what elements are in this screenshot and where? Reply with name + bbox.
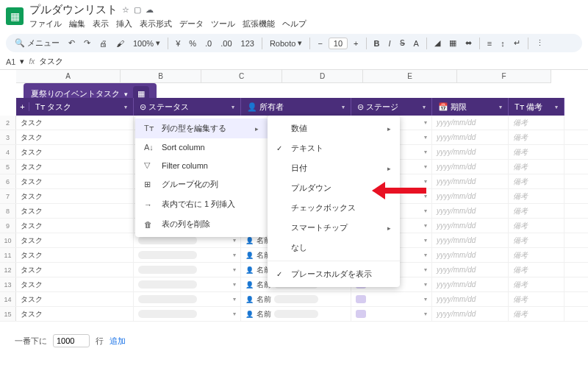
dec-plus[interactable]: .00 — [218, 38, 234, 49]
row-number[interactable]: 3 — [0, 130, 16, 144]
mi-insert-column[interactable]: →表内で右に 1 列挿入 — [135, 194, 268, 214]
cell-stage[interactable]: ▾ — [351, 307, 432, 321]
cell-task[interactable]: タスク — [16, 263, 134, 277]
cell-task[interactable]: タスク — [16, 145, 134, 159]
cell-note[interactable]: 備考 — [509, 277, 564, 291]
add-row-button[interactable]: + — [16, 102, 29, 111]
cell-date[interactable]: yyyy/mm/dd — [432, 116, 509, 130]
namebox-dropdown[interactable]: ▾ — [20, 57, 24, 66]
sheets-logo[interactable]: ▦ — [6, 7, 24, 25]
formula-bar[interactable]: タスク — [39, 56, 63, 67]
strike-icon[interactable]: S̶ — [397, 37, 408, 49]
name-box[interactable]: A1 — [6, 57, 15, 66]
menu-tools[interactable]: ツール — [211, 18, 235, 29]
cell-task[interactable]: タスク — [16, 248, 134, 262]
col-A[interactable]: A — [16, 70, 121, 83]
cell-status[interactable]: ▾ — [134, 277, 241, 291]
star-icon[interactable]: ☆ — [122, 5, 129, 15]
menu-file[interactable]: ファイル — [29, 18, 62, 29]
cell-status[interactable]: ▾ — [134, 292, 241, 306]
th-stage[interactable]: ⊝ ステージ▾ — [351, 98, 432, 116]
size-minus[interactable]: − — [315, 38, 325, 49]
mi-type-number[interactable]: 数値▸ — [268, 118, 400, 138]
row-number[interactable]: 13 — [0, 277, 16, 291]
menu-edit[interactable]: 編集 — [69, 18, 85, 29]
more-icon[interactable]: ⋮ — [533, 37, 547, 49]
align-icon[interactable]: ≡ — [484, 38, 495, 49]
mi-type-checkbox[interactable]: チェックボックス — [268, 198, 400, 218]
textcolor-icon[interactable]: A — [411, 38, 422, 49]
cell-date[interactable]: yyyy/mm/dd — [432, 130, 509, 144]
th-status[interactable]: ⊝ ステータス▾ — [134, 98, 241, 116]
table-row[interactable]: 15タスク▾👤名前▾yyyy/mm/dd備考 — [0, 307, 588, 322]
zoom[interactable]: 100% ▾ — [130, 37, 163, 49]
cell-date[interactable]: yyyy/mm/dd — [432, 219, 509, 233]
cell-task[interactable]: タスク — [16, 307, 134, 321]
cell-note[interactable]: 備考 — [509, 248, 564, 262]
doc-title[interactable]: プルダウンリスト — [29, 3, 118, 17]
cell-date[interactable]: yyyy/mm/dd — [432, 277, 509, 291]
cell-task[interactable]: タスク — [16, 292, 134, 306]
row-number[interactable]: 15 — [0, 307, 16, 321]
row-number[interactable]: 8 — [0, 204, 16, 218]
print-icon[interactable]: 🖨 — [96, 38, 110, 49]
mi-filter-column[interactable]: ▽Filter column — [135, 156, 268, 174]
cell-task[interactable]: タスク — [16, 160, 134, 174]
row-number[interactable]: 9 — [0, 219, 16, 233]
row-number[interactable]: 11 — [0, 248, 16, 262]
menu-format[interactable]: 表示形式 — [140, 18, 172, 29]
cell-date[interactable]: yyyy/mm/dd — [432, 263, 509, 277]
th-due[interactable]: 📅 期限▾ — [432, 98, 509, 116]
cell-task[interactable]: タスク — [16, 204, 134, 218]
cell-task[interactable]: タスク — [16, 233, 134, 247]
cloud-icon[interactable]: ☁ — [146, 5, 154, 15]
cell-date[interactable]: yyyy/mm/dd — [432, 292, 509, 306]
cell-note[interactable]: 備考 — [509, 204, 564, 218]
col-B[interactable]: B — [121, 70, 201, 83]
cell-date[interactable]: yyyy/mm/dd — [432, 204, 509, 218]
cell-date[interactable]: yyyy/mm/dd — [432, 307, 509, 321]
bold-icon[interactable]: B — [371, 38, 383, 49]
row-number[interactable]: 6 — [0, 174, 16, 188]
th-note[interactable]: Tᴛ 備考▾ — [509, 98, 564, 116]
cell-owner[interactable]: 👤名前 — [241, 307, 351, 321]
italic-icon[interactable]: I — [385, 38, 393, 49]
dec-minus[interactable]: .0 — [202, 38, 215, 49]
cell-task[interactable]: タスク — [16, 130, 134, 144]
add-rows-button[interactable]: 追加 — [110, 336, 126, 347]
cell-status[interactable]: ▾ — [134, 248, 241, 262]
font-select[interactable]: Roboto ▾ — [267, 37, 305, 49]
mi-show-placeholder[interactable]: ✓プレースホルダを表示 — [268, 264, 400, 284]
row-number[interactable]: 7 — [0, 189, 16, 203]
col-F[interactable]: F — [457, 70, 551, 83]
row-number[interactable]: 10 — [0, 233, 16, 247]
cell-date[interactable]: yyyy/mm/dd — [432, 248, 509, 262]
borders-icon[interactable]: ▦ — [446, 37, 459, 49]
row-number[interactable]: 2 — [0, 116, 16, 130]
cell-note[interactable]: 備考 — [509, 160, 564, 174]
cell-note[interactable]: 備考 — [509, 145, 564, 159]
cell-note[interactable]: 備考 — [509, 174, 564, 188]
mi-type-date[interactable]: 日付▸ — [268, 158, 400, 178]
cell-note[interactable]: 備考 — [509, 263, 564, 277]
row-number[interactable]: 14 — [0, 292, 16, 306]
redo-icon[interactable]: ↷ — [81, 37, 93, 49]
currency-icon[interactable]: ¥ — [173, 38, 183, 49]
cell-date[interactable]: yyyy/mm/dd — [432, 189, 509, 203]
cell-note[interactable]: 備考 — [509, 292, 564, 306]
cell-date[interactable]: yyyy/mm/dd — [432, 174, 509, 188]
menu-help[interactable]: ヘルプ — [282, 18, 306, 29]
search-menu[interactable]: 🔍 メニュー — [12, 36, 62, 50]
cell-owner[interactable]: 👤名前 — [241, 292, 351, 306]
cell-date[interactable]: yyyy/mm/dd — [432, 160, 509, 174]
cell-note[interactable]: 備考 — [509, 219, 564, 233]
mi-delete-column[interactable]: 🗑表の列を削除 — [135, 214, 268, 234]
row-number[interactable]: 12 — [0, 263, 16, 277]
row-number[interactable]: 5 — [0, 160, 16, 174]
col-E[interactable]: E — [363, 70, 457, 83]
paint-icon[interactable]: 🖌 — [113, 38, 127, 49]
menu-data[interactable]: データ — [179, 18, 204, 29]
cell-date[interactable]: yyyy/mm/dd — [432, 233, 509, 247]
percent-icon[interactable]: % — [186, 38, 199, 49]
cell-task[interactable]: タスク — [16, 189, 134, 203]
